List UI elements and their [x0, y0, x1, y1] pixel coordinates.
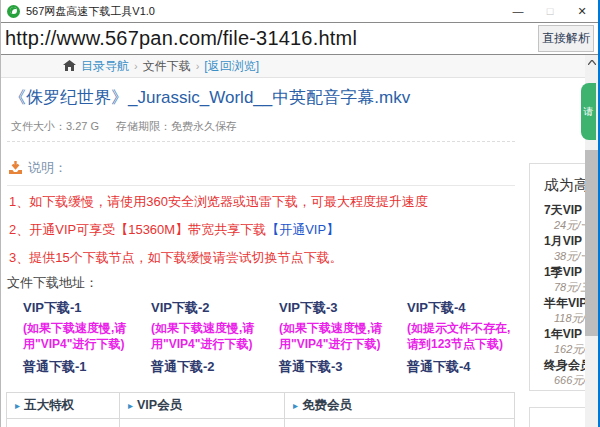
benefits-header-free: ▸ 免费会员: [285, 393, 514, 418]
normal-download-3-link[interactable]: 普通下载-3: [279, 358, 407, 376]
vip-download-3-note: (如果下载速度慢,请用"VIP4"进行下载): [279, 320, 393, 352]
download-icon: [8, 161, 23, 175]
vip-download-4-note: (如提示文件不存在,请到123节点下载): [407, 320, 521, 352]
file-size: 文件大小：3.27 G: [11, 120, 99, 132]
title-bar: 567网盘高速下载工具V1.0 — □ ✕: [1, 0, 598, 22]
file-storage: 存储期限：免费永久保存: [116, 120, 237, 132]
benefits-table-row: [7, 419, 514, 427]
open-vip-link[interactable]: 【开通VIP】: [266, 222, 339, 237]
benefits-header-label: VIP会员: [137, 397, 182, 414]
floating-service-tab[interactable]: 请: [581, 83, 596, 140]
app-icon: [7, 5, 20, 18]
vip-download-1-link[interactable]: VIP下载-1: [23, 299, 151, 317]
normal-download-2-link[interactable]: 普通下载-2: [151, 358, 279, 376]
window-title: 567网盘高速下载工具V1.0: [26, 4, 155, 19]
divider: [7, 141, 515, 142]
window-controls: — □ ✕: [502, 0, 598, 22]
note-line-1: 1、如下载缓慢，请使用360安全浏览器或迅雷下载，可最大程度提升速度: [9, 193, 428, 211]
triangle-marker-icon: ▸: [15, 400, 20, 411]
download-column-1: VIP下载-1 (如果下载速度慢,请用"VIP4"进行下载) 普通下载-1: [23, 299, 151, 376]
download-links: VIP下载-1 (如果下载速度慢,请用"VIP4"进行下载) 普通下载-1 VI…: [23, 299, 523, 376]
breadcrumb-back-link[interactable]: [返回浏览]: [204, 58, 259, 75]
vip-download-3-link[interactable]: VIP下载-3: [279, 299, 407, 317]
divider: [7, 185, 515, 186]
benefits-cell: [285, 419, 514, 427]
download-column-3: VIP下载-3 (如果下载速度慢,请用"VIP4"进行下载) 普通下载-3: [279, 299, 407, 376]
breadcrumb-nav-link[interactable]: 目录导航: [81, 58, 129, 75]
scroll-up-arrow-icon[interactable]: [585, 55, 599, 70]
note-line-2-text: 2、开通VIP可享受【15360M】带宽共享下载: [9, 222, 266, 237]
parse-button[interactable]: 直接解析: [538, 25, 594, 52]
benefits-header-privileges: ▸ 五大特权: [7, 393, 120, 418]
download-column-2: VIP下载-2 (如果下载速度慢,请用"VIP4"进行下载) 普通下载-2: [151, 299, 279, 376]
url-input[interactable]: http://www.567pan.com/file-31416.html: [1, 27, 538, 50]
maximize-button[interactable]: □: [534, 0, 566, 22]
benefits-cell: [120, 419, 285, 427]
scrollbar-thumb[interactable]: [585, 150, 599, 336]
benefits-header-label: 免费会员: [302, 397, 352, 414]
vip-download-1-note: (如果下载速度慢,请用"VIP4"进行下载): [23, 320, 137, 352]
benefits-cell: [7, 419, 120, 427]
minimize-button[interactable]: —: [502, 0, 534, 22]
benefits-table-header-row: ▸ 五大特权 ▸ VIP会员 ▸ 免费会员: [7, 393, 514, 419]
vip-download-4-link[interactable]: VIP下载-4: [407, 299, 535, 317]
file-meta: 文件大小：3.27 G 存储期限：免费永久保存: [11, 119, 251, 134]
download-section-label: 文件下载地址：: [7, 274, 98, 292]
triangle-marker-icon: ▸: [128, 400, 133, 411]
close-button[interactable]: ✕: [566, 0, 598, 22]
download-column-4: VIP下载-4 (如提示文件不存在,请到123节点下载) 普通下载-4: [407, 299, 535, 376]
benefits-header-vip: ▸ VIP会员: [120, 393, 285, 418]
floating-tab-label: 请: [584, 105, 594, 119]
app-window: 567网盘高速下载工具V1.0 — □ ✕ http://www.567pan.…: [0, 0, 600, 427]
notes-header-label: 说明：: [28, 159, 67, 177]
note-line-3: 3、提供15个下载节点，如下载缓慢请尝试切换节点下载。: [9, 249, 343, 267]
notes-header: 说明：: [8, 159, 67, 177]
breadcrumb-separator: ›: [196, 60, 200, 72]
home-icon[interactable]: [63, 60, 76, 72]
triangle-marker-icon: ▸: [293, 400, 298, 411]
note-line-2: 2、开通VIP可享受【15360M】带宽共享下载【开通VIP】: [9, 221, 339, 239]
vip-download-2-note: (如果下载速度慢,请用"VIP4"进行下载): [151, 320, 265, 352]
breadcrumb-current: 文件下载: [143, 58, 191, 75]
address-bar: http://www.567pan.com/file-31416.html 直接…: [1, 22, 598, 55]
benefits-table: ▸ 五大特权 ▸ VIP会员 ▸ 免费会员: [6, 392, 515, 427]
benefits-header-label: 五大特权: [24, 397, 74, 414]
normal-download-1-link[interactable]: 普通下载-1: [23, 358, 151, 376]
normal-download-4-link[interactable]: 普通下载-4: [407, 358, 535, 376]
breadcrumb-separator: ›: [134, 60, 138, 72]
breadcrumb: 目录导航 › 文件下载 › [返回浏览]: [1, 55, 598, 78]
file-title: 《侏罗纪世界》_Jurassic_World__中英配音字幕.mkv: [9, 86, 410, 109]
vip-download-2-link[interactable]: VIP下载-2: [151, 299, 279, 317]
